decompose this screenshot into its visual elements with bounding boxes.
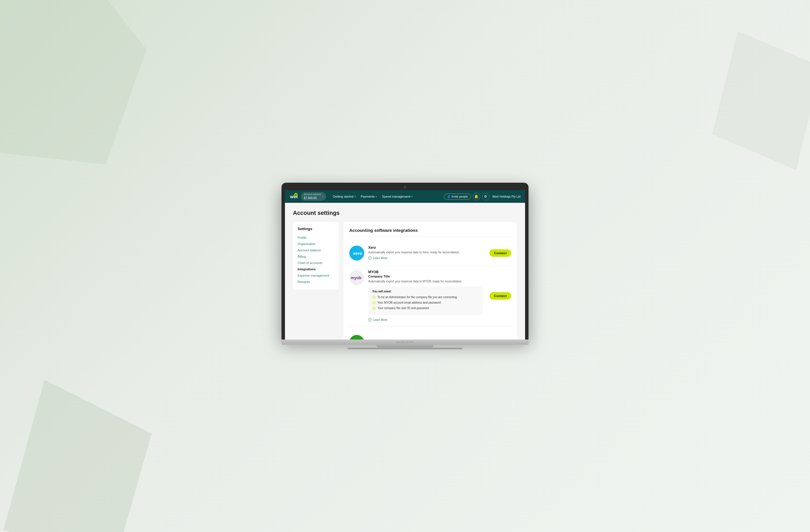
xero-learn-more-label: Learn More	[373, 257, 388, 260]
myob-name: MYOB	[368, 270, 483, 274]
svg-text:✿: ✿	[295, 194, 297, 196]
xero-name: Xero	[368, 246, 483, 249]
invite-people-button[interactable]: 👤 Invite people	[444, 194, 471, 200]
requirement-bullet-icon	[372, 295, 376, 299]
svg-point-7	[349, 335, 364, 340]
laptop-foot	[347, 348, 463, 349]
sidebar-item-rewards[interactable]: Rewards	[297, 279, 334, 285]
chevron-down-icon: ▾	[376, 195, 377, 198]
nav-links: Getting started ▾ Payments ▾ Spend manag…	[330, 194, 441, 199]
sidebar-item-organisation[interactable]: Organisation	[297, 241, 334, 247]
bell-icon: 🔔	[474, 194, 479, 198]
myob-integration-body: MYOB Company Title Automatically export …	[368, 270, 483, 321]
account-balance-nav[interactable]: Account balance $7,500.00 ›	[301, 192, 326, 200]
weel-logo-icon: weel ✿	[290, 192, 297, 200]
xero-integration-info: Xero Automatically export your expense d…	[368, 246, 483, 260]
myob-subtitle: Company Title	[368, 275, 483, 278]
xero-learn-more[interactable]: ? Learn More	[368, 256, 483, 260]
laptop-stand	[376, 345, 434, 348]
requirement-text-2: Your MYOB account email address and pass…	[377, 301, 441, 305]
sidebar-item-profile[interactable]: Profile	[297, 235, 334, 241]
requirement-bullet-icon	[372, 306, 376, 310]
nav-logo[interactable]: weel ✿	[290, 192, 297, 200]
top-navigation: weel ✿ Account balance $7,500.00 › Getti…	[285, 190, 525, 203]
account-balance-label: Account balance	[304, 193, 321, 196]
myob-requirements-box: You will need: To be an Administrator fo…	[368, 286, 483, 315]
panel-title: Accounting software integrations	[349, 228, 511, 237]
main-content: Account settings Settings Profile Organi…	[285, 203, 525, 340]
svg-text:xero: xero	[353, 251, 362, 256]
xero-connect-button[interactable]: Connect	[489, 249, 511, 257]
requirement-item-2: Your MYOB account email address and pass…	[372, 301, 479, 305]
chevron-down-icon: ▾	[411, 195, 412, 198]
account-balance-arrow-icon: ›	[323, 195, 323, 198]
requirements-title: You will need:	[372, 290, 479, 293]
myob-integration-info: MYOB Company Title Automatically export …	[368, 270, 483, 321]
myob-integration-card: myob MYOB Company Title Automatically ex…	[349, 265, 511, 326]
content-layout: Settings Profile Organisation Account ba…	[293, 222, 517, 340]
settings-button[interactable]: ⚙	[482, 193, 489, 200]
nav-right: 👤 Invite people 🔔 ⚙ Weel Holdings Pty Lt…	[444, 193, 520, 200]
nav-link-getting-started[interactable]: Getting started ▾	[330, 194, 358, 199]
myob-description: Automatically export your expense data t…	[368, 279, 483, 284]
xero-logo: xero	[349, 246, 364, 260]
myob-learn-more-label: Learn More	[373, 318, 388, 321]
invite-button-label: Invite people	[452, 195, 468, 198]
myob-connect-button[interactable]: Connect	[489, 292, 511, 300]
settings-sidebar-title: Settings	[297, 227, 334, 231]
quickbooks-section: QB Quickbooks	[349, 331, 511, 340]
laptop-model-label: MacBook Air	[396, 341, 414, 343]
laptop-screen: weel ✿ Account balance $7,500.00 › Getti…	[285, 190, 525, 340]
notifications-button[interactable]: 🔔	[473, 193, 480, 200]
account-balance-value: $7,500.00	[304, 196, 317, 200]
settings-sidebar: Settings Profile Organisation Account ba…	[293, 222, 339, 290]
requirement-bullet-icon	[372, 301, 376, 305]
sidebar-item-expense-management[interactable]: Expense management	[297, 272, 334, 279]
info-icon: ?	[368, 256, 372, 260]
xero-integration-header: xero Xero Automatically export your expe…	[349, 246, 511, 260]
xero-integration-card: xero Xero Automatically export your expe…	[349, 241, 511, 265]
xero-integration-body: Xero Automatically export your expense d…	[368, 246, 483, 260]
sidebar-item-account-balance[interactable]: Account balance	[297, 247, 334, 253]
sidebar-item-billing[interactable]: Billing	[297, 253, 334, 260]
myob-integration-header: myob MYOB Company Title Automatically ex…	[349, 270, 511, 321]
nav-link-payments[interactable]: Payments ▾	[358, 194, 379, 199]
xero-description: Automatically export your expense data t…	[368, 250, 483, 255]
requirement-item-1: To be an Administrator for the company f…	[372, 295, 479, 299]
nav-link-spend-management[interactable]: Spend management ▾	[380, 194, 415, 199]
requirement-text-3: Your company file user ID and password	[377, 306, 429, 310]
page-title: Account settings	[293, 210, 517, 216]
info-icon: ?	[368, 318, 372, 321]
company-name: Weel Holdings Pty Ltd	[492, 195, 520, 198]
main-panel: Accounting software integrations xero	[343, 222, 517, 340]
laptop-base: MacBook Air	[281, 340, 529, 345]
sidebar-item-chart-of-accounts[interactable]: Chart of accounts	[297, 260, 334, 266]
myob-learn-more[interactable]: ? Learn More	[368, 318, 483, 321]
person-add-icon: 👤	[447, 195, 450, 198]
svg-text:myob: myob	[351, 275, 361, 280]
chevron-down-icon: ▾	[354, 195, 356, 198]
quickbooks-logo: QB	[349, 335, 364, 340]
gear-icon: ⚙	[484, 194, 487, 198]
laptop-wrapper: weel ✿ Account balance $7,500.00 › Getti…	[281, 183, 529, 349]
sidebar-item-integrations[interactable]: Integrations	[297, 266, 334, 272]
laptop-camera	[404, 186, 406, 189]
laptop-frame: weel ✿ Account balance $7,500.00 › Getti…	[281, 183, 529, 340]
requirement-item-3: Your company file user ID and password	[372, 306, 479, 310]
quickbooks-integration-card: QB Quickbooks	[349, 326, 511, 340]
account-balance-text: Account balance $7,500.00	[304, 193, 321, 200]
myob-logo: myob	[349, 270, 364, 285]
requirement-text-1: To be an Administrator for the company f…	[377, 295, 457, 299]
